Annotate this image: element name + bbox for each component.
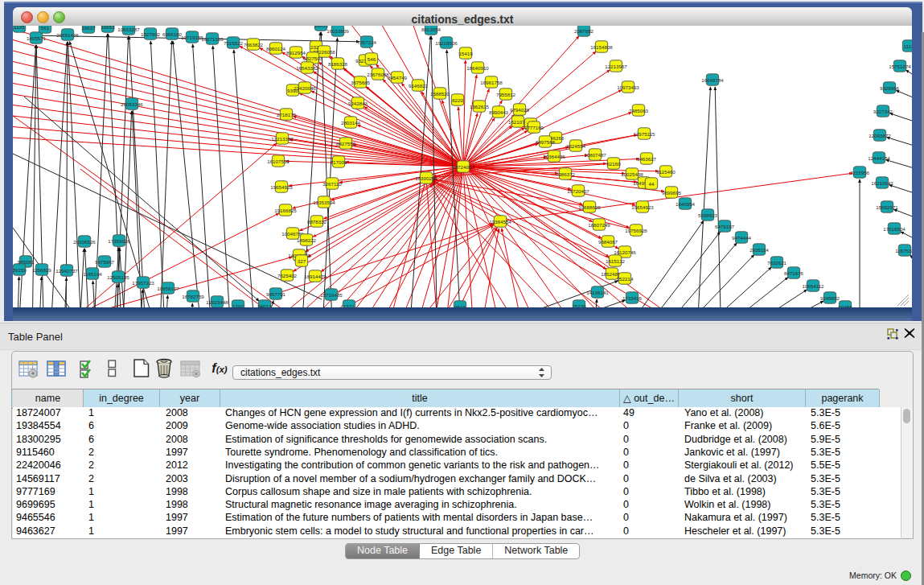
svg-text:12444154: 12444154 xyxy=(868,155,890,161)
svg-text:7485063: 7485063 xyxy=(629,108,649,113)
svg-text:20053346: 20053346 xyxy=(121,101,143,107)
svg-text:17016504: 17016504 xyxy=(883,226,906,232)
svg-text:12353594: 12353594 xyxy=(313,200,335,205)
svg-text:12213363: 12213363 xyxy=(271,136,294,142)
svg-text:19384554: 19384554 xyxy=(489,219,511,225)
svg-text:9327503: 9327503 xyxy=(303,56,323,61)
svg-text:7632621: 7632621 xyxy=(767,260,787,266)
svg-text:10958107: 10958107 xyxy=(157,286,179,291)
svg-text:23676068: 23676068 xyxy=(367,72,389,77)
svg-text:2718170: 2718170 xyxy=(277,112,297,117)
svg-text:9242843: 9242843 xyxy=(348,101,368,106)
svg-text:3624554: 3624554 xyxy=(566,143,586,149)
svg-text:18807249: 18807249 xyxy=(588,222,610,228)
svg-text:16671355: 16671355 xyxy=(201,36,224,42)
svg-text:19756928: 19756928 xyxy=(625,228,647,233)
svg-text:18724007: 18724007 xyxy=(452,164,474,170)
svg-text:1527602: 1527602 xyxy=(141,31,161,37)
svg-text:2935114: 2935114 xyxy=(749,247,769,253)
svg-text:8660124: 8660124 xyxy=(266,46,286,51)
svg-text:62160: 62160 xyxy=(606,161,621,167)
svg-text:6479197: 6479197 xyxy=(715,224,735,229)
svg-text:9794028: 9794028 xyxy=(510,107,530,113)
svg-text:7357224: 7357224 xyxy=(357,39,377,45)
svg-text:7515522: 7515522 xyxy=(224,40,244,46)
svg-text:15716485: 15716485 xyxy=(320,292,343,298)
svg-text:8813054: 8813054 xyxy=(421,27,441,32)
svg-text:12505135: 12505135 xyxy=(107,274,129,280)
svg-text:2803144: 2803144 xyxy=(341,120,361,126)
svg-text:9463627: 9463627 xyxy=(637,156,657,162)
svg-text:19637: 19637 xyxy=(81,26,96,31)
svg-text:12093872: 12093872 xyxy=(869,133,891,138)
svg-text:1733426: 1733426 xyxy=(622,295,643,301)
svg-text:3675685: 3675685 xyxy=(351,80,371,85)
svg-text:19166825: 19166825 xyxy=(274,208,297,213)
svg-text:6966160: 6966160 xyxy=(162,31,183,37)
svg-text:9684067: 9684067 xyxy=(598,239,618,245)
svg-text:8427552: 8427552 xyxy=(336,141,356,146)
svg-text:1405571: 1405571 xyxy=(27,35,47,41)
svg-text:15692971: 15692971 xyxy=(876,204,898,210)
svg-text:1640954: 1640954 xyxy=(676,201,696,207)
svg-text:1112: 1112 xyxy=(904,43,912,49)
svg-text:8471676: 8471676 xyxy=(784,270,804,276)
svg-text:20206526: 20206526 xyxy=(73,239,96,245)
svg-text:10025438: 10025438 xyxy=(621,171,643,177)
svg-text:10719155: 10719155 xyxy=(181,35,203,40)
svg-text:9699695: 9699695 xyxy=(662,190,682,196)
svg-text:9474444: 9474444 xyxy=(732,235,752,241)
svg-text:2087682: 2087682 xyxy=(574,28,594,34)
svg-text:9245652: 9245652 xyxy=(820,295,840,301)
svg-text:9777169: 9777169 xyxy=(524,125,544,130)
svg-text:39159: 39159 xyxy=(13,267,27,273)
svg-text:1105: 1105 xyxy=(14,26,25,30)
svg-text:1498222: 1498222 xyxy=(297,237,317,243)
svg-text:14136141: 14136141 xyxy=(586,290,609,295)
svg-text:10654112: 10654112 xyxy=(802,283,824,289)
svg-text:9457791: 9457791 xyxy=(266,291,286,297)
svg-text:3267110: 3267110 xyxy=(322,181,342,187)
svg-text:16543382: 16543382 xyxy=(296,65,318,71)
svg-text:16914479: 16914479 xyxy=(304,274,326,279)
svg-text:7663822: 7663822 xyxy=(244,42,264,47)
svg-text:7955812: 7955812 xyxy=(496,92,516,97)
svg-text:8990443: 8990443 xyxy=(489,109,509,115)
svg-text:1615132: 1615132 xyxy=(606,258,626,264)
svg-text:717006: 717006 xyxy=(331,159,347,165)
svg-text:16154808: 16154808 xyxy=(590,44,613,50)
svg-text:20364436: 20364436 xyxy=(543,154,565,159)
svg-text:1156829: 1156829 xyxy=(32,267,51,273)
svg-text:7625402: 7625402 xyxy=(277,273,298,278)
svg-text:17957223: 17957223 xyxy=(132,280,154,286)
svg-text:3215956: 3215956 xyxy=(850,170,870,175)
svg-text:1362615: 1362615 xyxy=(470,104,490,109)
svg-text:15419: 15419 xyxy=(458,51,473,56)
svg-text:12923448: 12923448 xyxy=(206,299,228,305)
svg-text:9146821: 9146821 xyxy=(409,83,429,89)
svg-text:16961758: 16961758 xyxy=(480,80,503,85)
svg-text:10807487: 10807487 xyxy=(584,152,606,158)
svg-text:15751074: 15751074 xyxy=(889,64,911,69)
svg-text:1588520: 1588520 xyxy=(430,91,450,97)
svg-text:8454749: 8454749 xyxy=(388,75,408,80)
svg-text:12213967: 12213967 xyxy=(605,64,627,69)
svg-text:18300295: 18300295 xyxy=(415,175,437,181)
svg-text:8186328: 8186328 xyxy=(328,61,348,67)
svg-text:15720407: 15720407 xyxy=(567,188,589,194)
svg-text:8878332: 8878332 xyxy=(307,219,327,225)
svg-text:16107553: 16107553 xyxy=(267,159,290,164)
svg-text:6497568: 6497568 xyxy=(536,139,556,145)
svg-text:9115460: 9115460 xyxy=(656,169,676,175)
svg-text:19218506: 19218506 xyxy=(435,40,458,46)
svg-text:10688609: 10688609 xyxy=(578,204,601,210)
svg-text:23420046: 23420046 xyxy=(294,85,316,91)
svg-text:16782759: 16782759 xyxy=(182,294,204,299)
svg-text:44: 44 xyxy=(649,181,655,187)
svg-text:16033809: 16033809 xyxy=(326,28,349,34)
svg-text:9329966: 9329966 xyxy=(880,85,900,91)
svg-text:561: 561 xyxy=(41,26,50,31)
svg-text:10973493: 10973493 xyxy=(617,84,639,90)
svg-text:17359926: 17359926 xyxy=(108,238,130,244)
svg-text:5938923: 5938923 xyxy=(698,212,718,218)
